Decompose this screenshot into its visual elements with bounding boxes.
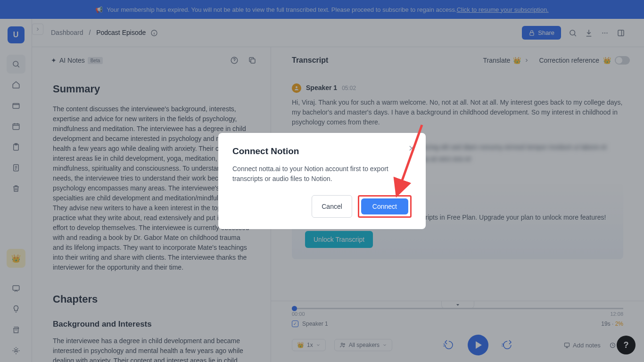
modal-body: Connect notta.ai to your Notion account … [232, 164, 412, 184]
modal-title: Connect Notion [232, 146, 412, 156]
connect-button[interactable]: Connect [361, 198, 408, 214]
connect-highlight: Connect [358, 195, 412, 218]
connect-notion-modal: ✕ Connect Notion Connect notta.ai to you… [218, 133, 426, 229]
close-icon[interactable]: ✕ [408, 143, 415, 154]
cancel-button[interactable]: Cancel [312, 195, 352, 218]
modal-overlay[interactable]: ✕ Connect Notion Connect notta.ai to you… [0, 0, 644, 362]
